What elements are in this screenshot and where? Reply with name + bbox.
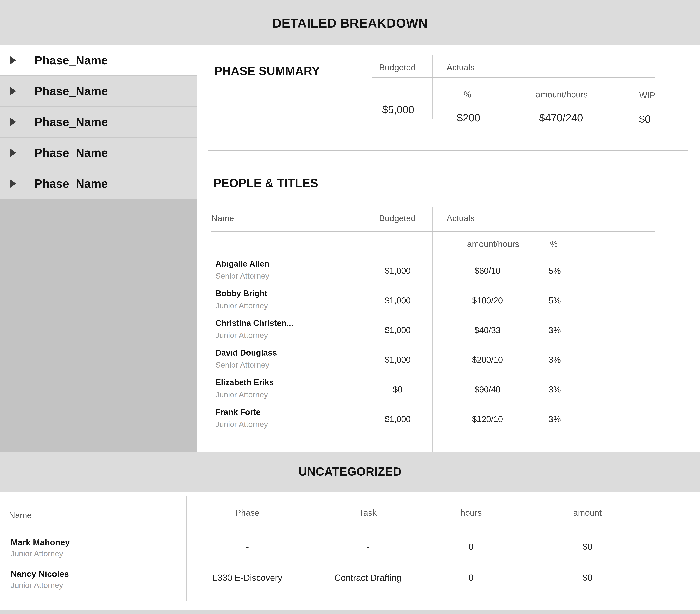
uc-col-hours: hours bbox=[460, 508, 482, 518]
uc-row-name: Nancy Nicoles bbox=[11, 569, 69, 579]
ps-col-budgeted: Budgeted bbox=[379, 62, 416, 72]
person-budgeted: $1,000 bbox=[385, 414, 411, 424]
pt-col-name: Name bbox=[211, 213, 234, 223]
person-name: Abigalle Allen bbox=[215, 259, 270, 269]
person-pct: 3% bbox=[548, 355, 561, 365]
person-budgeted: $1,000 bbox=[385, 266, 411, 276]
uc-column-divider bbox=[186, 496, 187, 601]
person-title: Senior Attorney bbox=[215, 271, 269, 281]
phase-name-label: Phase_Name bbox=[34, 177, 108, 190]
person-title: Senior Attorney bbox=[215, 360, 269, 369]
sidebar-filler bbox=[0, 199, 197, 452]
person-budgeted: $1,000 bbox=[385, 325, 411, 335]
uc-col-phase: Phase bbox=[235, 508, 259, 518]
person-name: Frank Forte bbox=[215, 407, 261, 417]
uc-row-hours: 0 bbox=[468, 542, 474, 552]
uc-row-title: Junior Attorney bbox=[11, 549, 63, 558]
uc-row-amount: $0 bbox=[583, 573, 592, 583]
person-name: Christina Christen... bbox=[215, 318, 293, 328]
uc-col-task: Task bbox=[359, 508, 377, 518]
phase-summary-heading: PHASE SUMMARY bbox=[214, 64, 320, 78]
phase-sidebar: Phase_Name Phase_Name Phase_Name Phase_N… bbox=[0, 45, 197, 199]
ps-value-wip: $0 bbox=[639, 113, 651, 125]
person-amount-hours: $60/10 bbox=[474, 266, 500, 276]
phase-name-label: Phase_Name bbox=[34, 115, 108, 129]
caret-cell[interactable] bbox=[0, 87, 26, 96]
ps-value-amount-hours: $470/240 bbox=[539, 112, 583, 124]
sidebar-item-phase-3[interactable]: Phase_Name bbox=[0, 107, 197, 137]
person-budgeted: $1,000 bbox=[385, 296, 411, 305]
sidebar-item-phase-2[interactable]: Phase_Name bbox=[0, 76, 197, 107]
pt-subcol-pct: % bbox=[550, 239, 558, 249]
person-pct: 3% bbox=[548, 325, 561, 335]
caret-cell[interactable] bbox=[0, 179, 26, 188]
person-amount-hours: $90/40 bbox=[474, 384, 500, 394]
person-budgeted: $1,000 bbox=[385, 355, 411, 365]
person-title: Junior Attorney bbox=[215, 331, 268, 340]
ps-column-divider bbox=[432, 55, 433, 119]
sidebar-item-phase-5[interactable]: Phase_Name bbox=[0, 168, 197, 199]
person-pct: 5% bbox=[548, 266, 561, 276]
person-pct: 5% bbox=[548, 296, 561, 305]
phase-name-label: Phase_Name bbox=[34, 53, 108, 67]
ps-col-actuals: Actuals bbox=[447, 62, 475, 72]
pt-subcol-amount-hours: amount/hours bbox=[467, 239, 519, 249]
uncategorized-heading: UNCATEGORIZED bbox=[0, 465, 700, 478]
ps-subcol-amount-hours: amount/hours bbox=[536, 89, 588, 99]
uc-row-amount: $0 bbox=[583, 542, 592, 552]
uc-row-task: - bbox=[366, 542, 369, 552]
expand-caret-icon[interactable] bbox=[10, 118, 16, 126]
uc-row-title: Junior Attorney bbox=[11, 581, 63, 590]
person-name: Bobby Bright bbox=[215, 288, 267, 298]
ps-subcol-pct: % bbox=[464, 89, 471, 99]
sidebar-item-phase-4[interactable]: Phase_Name bbox=[0, 137, 197, 168]
sidebar-item-phase-1[interactable]: Phase_Name bbox=[0, 45, 197, 76]
people-titles-heading: PEOPLE & TITLES bbox=[213, 176, 318, 190]
uc-row-name: Mark Mahoney bbox=[11, 537, 70, 547]
person-title: Junior Attorney bbox=[215, 420, 268, 429]
ps-header-underline bbox=[372, 77, 655, 78]
bottom-strip bbox=[0, 610, 700, 614]
person-title: Junior Attorney bbox=[215, 301, 268, 310]
phase-name-label: Phase_Name bbox=[34, 146, 108, 159]
uc-header-underline bbox=[9, 528, 666, 528]
ps-value-pct: $200 bbox=[457, 112, 480, 124]
person-amount-hours: $100/20 bbox=[472, 296, 503, 305]
ps-value-budgeted: $5,000 bbox=[382, 103, 414, 116]
phase-name-label: Phase_Name bbox=[34, 84, 108, 98]
person-budgeted: $0 bbox=[393, 384, 402, 394]
section-divider bbox=[208, 150, 688, 151]
person-title: Junior Attorney bbox=[215, 390, 268, 399]
uc-row-hours: 0 bbox=[468, 573, 474, 583]
pt-column-divider-2 bbox=[432, 207, 433, 452]
expand-caret-icon[interactable] bbox=[10, 179, 16, 188]
caret-cell[interactable] bbox=[0, 148, 26, 157]
page-header-band: DETAILED BREAKDOWN bbox=[0, 0, 700, 45]
person-amount-hours: $120/10 bbox=[472, 414, 503, 424]
page-title: DETAILED BREAKDOWN bbox=[0, 16, 700, 30]
person-name: Elizabeth Eriks bbox=[215, 378, 274, 387]
detailed-breakdown-page: DETAILED BREAKDOWN Phase_Name Phase_Name… bbox=[0, 0, 700, 614]
uc-col-name: Name bbox=[9, 510, 32, 520]
person-amount-hours: $200/10 bbox=[472, 355, 503, 365]
person-amount-hours: $40/33 bbox=[474, 325, 500, 335]
expand-caret-icon[interactable] bbox=[10, 87, 16, 96]
pt-column-divider-1 bbox=[360, 207, 360, 452]
pt-col-actuals: Actuals bbox=[447, 213, 475, 223]
caret-cell[interactable] bbox=[0, 118, 26, 126]
uc-row-phase: - bbox=[246, 542, 249, 552]
uc-row-task: Contract Drafting bbox=[335, 573, 401, 583]
pt-col-budgeted: Budgeted bbox=[379, 213, 416, 223]
ps-subcol-wip: WIP bbox=[639, 90, 655, 100]
person-pct: 3% bbox=[548, 384, 561, 394]
sidebar-divider bbox=[26, 45, 26, 199]
caret-cell[interactable] bbox=[0, 56, 26, 65]
uc-col-amount: amount bbox=[573, 508, 601, 518]
uc-row-phase: L330 E-Discovery bbox=[213, 573, 282, 583]
expand-caret-icon[interactable] bbox=[10, 148, 16, 157]
expand-caret-icon[interactable] bbox=[10, 56, 16, 65]
pt-header-underline bbox=[211, 231, 655, 232]
person-pct: 3% bbox=[548, 414, 561, 424]
person-name: David Douglass bbox=[215, 348, 277, 357]
